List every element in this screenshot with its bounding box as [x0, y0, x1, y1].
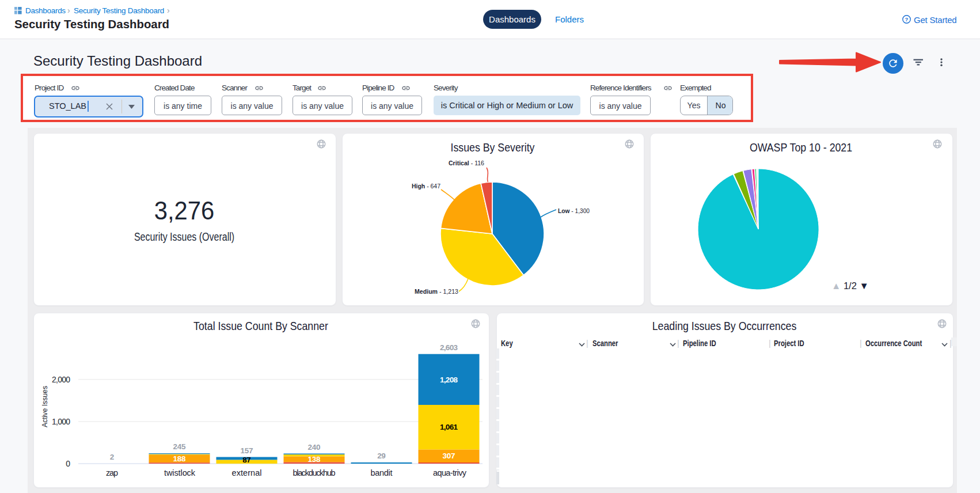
svg-text:Critical - 116: Critical - 116 — [449, 159, 484, 167]
svg-text:twistlock: twistlock — [164, 468, 196, 477]
svg-text:0: 0 — [66, 459, 70, 468]
svg-text:High - 647: High - 647 — [412, 182, 440, 190]
svg-text:blackduckhub: blackduckhub — [293, 468, 336, 477]
svg-text:157: 157 — [241, 446, 253, 455]
svg-text:bandit: bandit — [371, 468, 393, 477]
svg-text:zap: zap — [106, 468, 118, 477]
svg-text:307: 307 — [443, 452, 455, 460]
svg-text:188: 188 — [173, 454, 186, 463]
svg-text:2,603: 2,603 — [440, 343, 458, 352]
svg-text:Medium - 1,213: Medium - 1,213 — [415, 287, 458, 295]
svg-text:?: ? — [905, 16, 909, 22]
svg-text:Active Issues: Active Issues — [40, 386, 49, 427]
svg-text:29: 29 — [377, 452, 386, 460]
svg-text:245: 245 — [173, 442, 186, 451]
svg-text:2: 2 — [110, 453, 115, 461]
svg-text:138: 138 — [308, 455, 321, 464]
svg-text:external: external — [232, 468, 262, 477]
svg-text:2,000: 2,000 — [52, 375, 70, 384]
svg-text:87: 87 — [242, 456, 251, 464]
svg-text:1,000: 1,000 — [52, 417, 70, 426]
svg-text:1,061: 1,061 — [440, 423, 458, 431]
svg-text:aqua-trivy: aqua-trivy — [433, 468, 467, 477]
svg-text:240: 240 — [308, 443, 321, 452]
svg-text:Low - 1,300: Low - 1,300 — [558, 207, 590, 215]
svg-text:1,208: 1,208 — [440, 376, 458, 384]
